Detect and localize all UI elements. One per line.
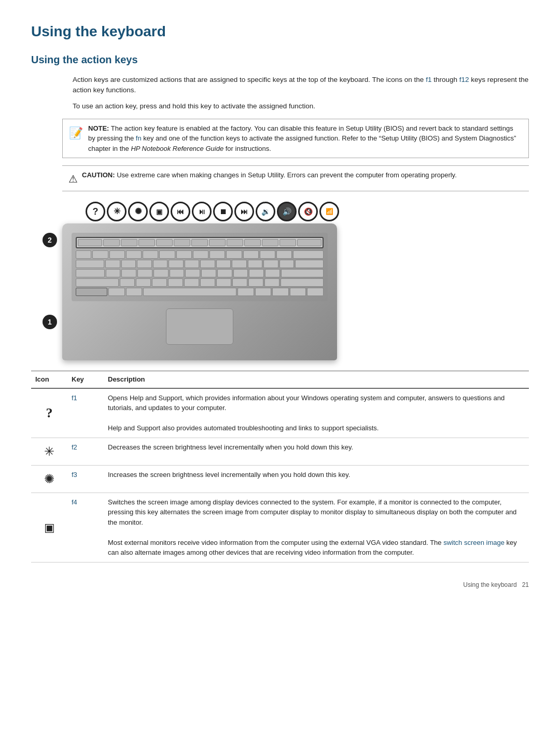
function-key-row [76, 237, 324, 248]
key-e [137, 260, 152, 268]
key-lshift [76, 278, 119, 287]
icon-mute: 🔇 [298, 202, 318, 221]
asdf-row [76, 269, 324, 277]
key-h [185, 269, 200, 277]
icon-cell-f2: ✳ [31, 438, 67, 465]
desc-cell-f4: Switches the screen image among display … [104, 493, 529, 562]
icon-volume-down: 🔉 [256, 202, 275, 221]
key-up [255, 288, 272, 296]
key-n [200, 278, 215, 287]
icon-fast-forward: ⏭ [234, 202, 254, 221]
key-8 [209, 250, 225, 259]
key-p [248, 260, 263, 268]
page-footer: Using the keyboard 21 [31, 578, 529, 589]
fn-link[interactable]: fn [136, 134, 142, 142]
table-row: ✳ f2 Decreases the screen brightness lev… [31, 438, 529, 465]
fn-key-f1 [103, 239, 120, 246]
footer-text: Using the keyboard [463, 581, 516, 588]
body-paragraph-2: To use an action key, press and hold thi… [73, 101, 529, 111]
key-capslock [76, 269, 105, 277]
fn-key-f6 [191, 239, 208, 246]
switch-screen-image-link[interactable]: switch screen image [443, 539, 505, 546]
key-3 [126, 250, 142, 259]
table-row: ▣ f4 Switches the screen image among dis… [31, 493, 529, 562]
key-slash [264, 278, 279, 287]
question-mark-icon: ? [46, 403, 53, 423]
icon-cell-f1: ? [31, 388, 67, 438]
key-1 [92, 250, 108, 259]
f12-link[interactable]: f12 [459, 76, 469, 83]
bottom-row [76, 288, 324, 296]
keyboard-wrapper: ? ✳ ✺ ▣ ⏮ ⏯ ⏹ ⏭ 🔉 🔊 🔇 📶 [62, 202, 353, 360]
key-enter [281, 269, 324, 277]
key-g [170, 269, 185, 277]
key-z [120, 278, 135, 287]
key-q [105, 260, 120, 268]
action-icons-row: ? ✳ ✺ ▣ ⏮ ⏯ ⏹ ⏭ 🔉 🔊 🔇 📶 [62, 202, 353, 221]
key-l [233, 269, 248, 277]
fn-key-f4 [156, 239, 173, 246]
key-k [217, 269, 232, 277]
note-box: 📝 NOTE: The action key feature is enable… [62, 119, 529, 159]
key-backspace [293, 250, 324, 259]
key-2 [109, 250, 125, 259]
caution-triangle-icon: ⚠ [68, 171, 78, 187]
switch-display-icon: ▣ [44, 519, 55, 536]
caution-box: ⚠ CAUTION: Use extreme care when making … [62, 165, 529, 191]
keyboard-image-section: ? ✳ ✺ ▣ ⏮ ⏯ ⏹ ⏭ 🔉 🔊 🔇 📶 [62, 202, 353, 360]
icon-volume-up: 🔊 [277, 202, 297, 221]
fn-key-f7 [209, 239, 226, 246]
page-number: 21 [522, 581, 529, 588]
key-cell-f4: f4 [67, 493, 104, 562]
qwerty-row [76, 260, 324, 268]
key-alt [126, 288, 143, 296]
key-space [143, 288, 236, 296]
key-i [216, 260, 231, 268]
key-o [232, 260, 247, 268]
key-ctrl [76, 288, 107, 296]
fn-key-f5 [174, 239, 190, 246]
key-period [248, 278, 263, 287]
section-title: Using the action keys [31, 52, 529, 67]
key-comma [232, 278, 247, 287]
note-text: NOTE: The action key feature is enabled … [88, 123, 522, 154]
key-f [153, 269, 169, 277]
key-d [137, 269, 152, 277]
col-key-header: Key [67, 371, 104, 388]
key-tilde [76, 250, 91, 259]
zxcv-row [76, 278, 324, 287]
brightness-up-icon: ✺ [44, 470, 54, 488]
number-key-row [76, 250, 324, 259]
key-down [272, 288, 289, 296]
key-x [136, 278, 151, 287]
desc-cell-f3: Increases the screen brightness level in… [104, 465, 529, 493]
key-v [168, 278, 183, 287]
key-a [106, 269, 121, 277]
icon-help: ? [86, 202, 105, 221]
icon-brightness-up: ✺ [128, 202, 148, 221]
key-win [108, 288, 125, 296]
key-quote [265, 269, 280, 277]
marker-1: 1 [43, 315, 57, 329]
icon-play-pause: ⏯ [192, 202, 212, 221]
f1-link[interactable]: f1 [426, 76, 431, 83]
note-icon: 📝 [69, 124, 83, 142]
fn-key-f8 [227, 239, 243, 246]
desc-cell-f1: Opens Help and Support, which provides i… [104, 388, 529, 438]
table-row: ? f1 Opens Help and Support, which provi… [31, 388, 529, 438]
key-t [169, 260, 184, 268]
key-lbracket [263, 260, 278, 268]
fn-key-f3 [138, 239, 155, 246]
icon-brightness-down: ✳ [107, 202, 127, 221]
key-cell-f3: f3 [67, 465, 104, 493]
key-7 [193, 250, 208, 259]
key-tab [76, 260, 104, 268]
fn-key-f2 [121, 239, 137, 246]
desc-cell-f2: Decreases the screen brightness level in… [104, 438, 529, 465]
table-header: Icon Key Description [31, 371, 529, 388]
key-rbracket [279, 260, 295, 268]
key-6 [176, 250, 192, 259]
key-5 [159, 250, 175, 259]
keyboard-area [72, 233, 328, 301]
marker-2: 2 [43, 233, 57, 247]
